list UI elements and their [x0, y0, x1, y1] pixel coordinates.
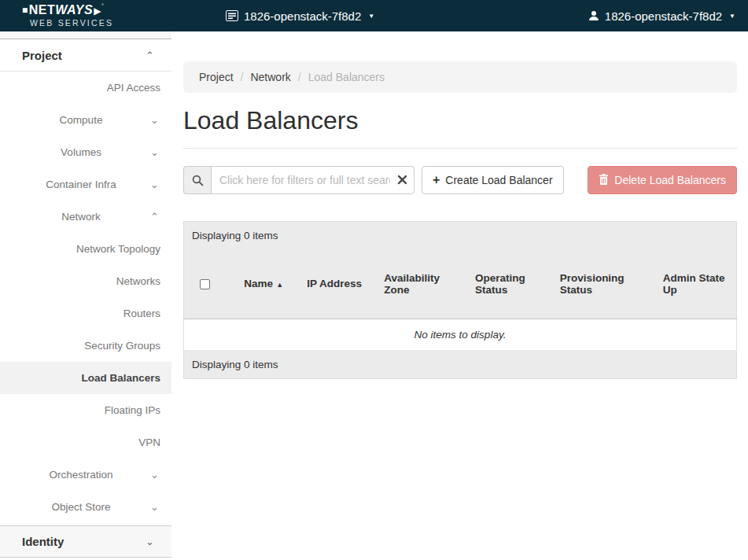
- sidebar-item-api-access[interactable]: API Access: [0, 72, 171, 104]
- chevron-down-icon: ⌄: [150, 179, 159, 190]
- sidebar-panel-identity[interactable]: Identity ⌄: [0, 525, 171, 558]
- filter-search-group: [183, 166, 415, 194]
- column-header-operating-status[interactable]: Operating Status: [467, 249, 552, 319]
- project-switcher-icon: [226, 10, 238, 21]
- sidebar-item-orchestration[interactable]: Orchestration ⌄: [0, 459, 171, 491]
- sidebar-item-load-balancers[interactable]: Load Balancers: [0, 362, 171, 394]
- sidebar-panel-label: Identity: [22, 535, 64, 548]
- empty-message: No items to display.: [184, 319, 737, 350]
- filter-search-input[interactable]: [211, 166, 415, 194]
- select-all-cell: [184, 249, 237, 319]
- sidebar-item-network-topology[interactable]: Network Topology: [0, 233, 171, 265]
- delete-button-label: Delete Load Balancers: [614, 174, 726, 186]
- sidebar-item-security-groups[interactable]: Security Groups: [0, 330, 171, 362]
- page-title: Load Balancers: [183, 105, 737, 135]
- create-button-label: Create Load Balancer: [445, 174, 552, 186]
- column-header-name[interactable]: Name▲: [236, 249, 299, 319]
- sidebar-panel-label: Project: [22, 49, 62, 62]
- project-switcher-dropdown[interactable]: 1826-openstack-7f8d2 ▼: [226, 0, 374, 31]
- sidebar-item-volumes[interactable]: Volumes ⌄: [0, 136, 171, 168]
- breadcrumb-separator: /: [241, 71, 244, 83]
- brand-name-italic: WAYS: [55, 3, 93, 17]
- select-all-checkbox[interactable]: [200, 279, 210, 289]
- sidebar-item-vpn[interactable]: VPN: [0, 426, 171, 459]
- clear-filter-icon[interactable]: [397, 174, 407, 188]
- sidebar-item-floating-ips[interactable]: Floating IPs: [0, 394, 171, 426]
- chevron-down-icon: ▼: [368, 13, 374, 20]
- chevron-down-icon: ⌄: [146, 536, 154, 547]
- user-menu-dropdown[interactable]: 1826-openstack-7f8d2 ▼: [588, 0, 735, 31]
- chevron-down-icon: ▼: [729, 13, 735, 20]
- breadcrumb-network-link[interactable]: Network: [250, 71, 290, 83]
- logo-square-icon: ■: [22, 5, 28, 16]
- table-header-row: Name▲ IP Address Availability Zone Opera…: [184, 249, 737, 319]
- column-header-provisioning-status[interactable]: Provisioning Status: [552, 249, 655, 319]
- create-load-balancer-button[interactable]: + Create Load Balancer: [422, 166, 564, 194]
- table-actions-toolbar: + Create Load Balancer Delete Load Balan…: [183, 166, 737, 194]
- empty-row: No items to display.: [184, 319, 737, 350]
- table-caption-row: Displaying 0 items: [184, 222, 737, 250]
- netways-logo[interactable]: ■NETWAYS▶° WEB SERVICES: [22, 3, 113, 28]
- sort-ascending-icon: ▲: [276, 281, 283, 289]
- sidebar-panel-project[interactable]: Project ⌃: [0, 39, 171, 72]
- chevron-up-icon: ⌃: [146, 50, 154, 61]
- chevron-down-icon: ⌄: [150, 501, 159, 513]
- trash-icon: [599, 174, 609, 187]
- sidebar-nav: Project ⌃ API Access Compute ⌄ Volumes ⌄…: [0, 31, 171, 560]
- top-navbar: ■NETWAYS▶° WEB SERVICES 1826-openstack-7…: [0, 0, 748, 31]
- breadcrumb-project-link[interactable]: Project: [199, 71, 234, 83]
- plus-icon: +: [433, 173, 440, 187]
- items-count-bottom: Displaying 0 items: [184, 350, 737, 378]
- brand-tagline: WEB SERVICES: [30, 19, 113, 28]
- breadcrumb-current: Load Balancers: [308, 71, 385, 83]
- load-balancers-table: Displaying 0 items Name▲ IP Address Avai…: [183, 221, 737, 379]
- sidebar-item-object-store[interactable]: Object Store ⌄: [0, 491, 171, 523]
- chevron-down-icon: ⌄: [150, 469, 159, 481]
- sidebar-item-routers[interactable]: Routers: [0, 297, 171, 330]
- column-header-admin-state-up[interactable]: Admin State Up: [655, 249, 737, 319]
- breadcrumb-separator: /: [298, 71, 301, 83]
- items-count-top: Displaying 0 items: [184, 222, 737, 250]
- breadcrumb: Project / Network / Load Balancers: [183, 61, 737, 93]
- logo-play-icon: ▶: [94, 6, 101, 17]
- sidebar-item-network[interactable]: Network ⌃: [0, 201, 171, 233]
- brand-name-bold: NET: [29, 3, 56, 17]
- delete-load-balancers-button[interactable]: Delete Load Balancers: [588, 166, 737, 194]
- sidebar-item-networks[interactable]: Networks: [0, 265, 171, 297]
- chevron-up-icon: ⌃: [150, 211, 159, 223]
- sidebar-item-compute[interactable]: Compute ⌄: [0, 104, 171, 136]
- chevron-down-icon: ⌄: [150, 114, 159, 126]
- table-footer-row: Displaying 0 items: [184, 350, 737, 378]
- sidebar-scrolled-panel-edge: [0, 31, 171, 39]
- logo-registered-mark: °: [101, 3, 104, 9]
- brand-name: ■NETWAYS▶°: [22, 3, 113, 17]
- sidebar-item-container-infra[interactable]: Container Infra ⌄: [0, 168, 171, 201]
- main-content: Project / Network / Load Balancers Load …: [183, 31, 737, 379]
- user-icon: [588, 10, 599, 21]
- column-header-ip-address[interactable]: IP Address: [299, 249, 376, 319]
- title-divider: [183, 148, 737, 149]
- column-header-availability-zone[interactable]: Availability Zone: [376, 249, 467, 319]
- project-switcher-label: 1826-openstack-7f8d2: [244, 9, 361, 23]
- search-icon: [183, 166, 211, 194]
- user-menu-label: 1826-openstack-7f8d2: [605, 9, 722, 23]
- chevron-down-icon: ⌄: [150, 146, 159, 158]
